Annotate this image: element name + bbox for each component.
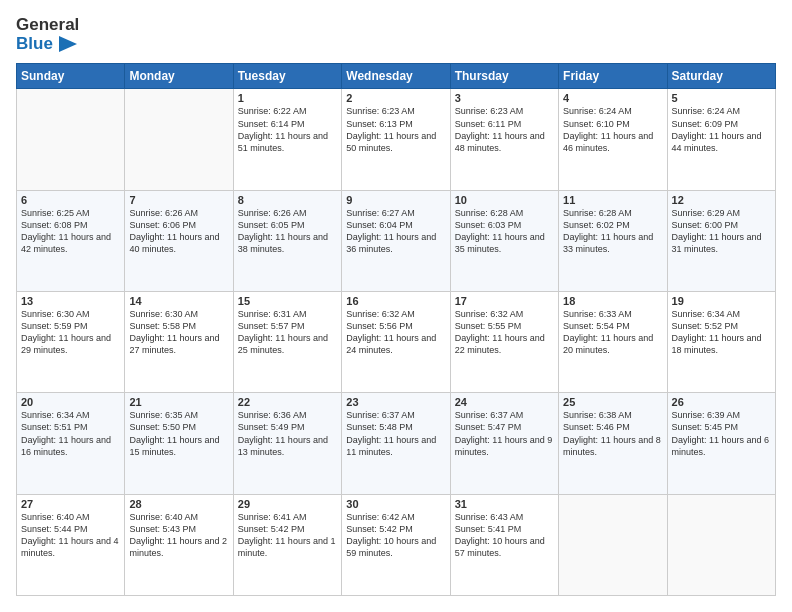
calendar-cell: 16Sunrise: 6:32 AMSunset: 5:56 PMDayligh… [342,292,450,393]
cell-info: Sunrise: 6:23 AMSunset: 6:13 PMDaylight:… [346,105,445,154]
cell-info: Sunrise: 6:43 AMSunset: 5:41 PMDaylight:… [455,511,554,560]
cell-info: Sunrise: 6:37 AMSunset: 5:48 PMDaylight:… [346,409,445,458]
calendar-cell: 26Sunrise: 6:39 AMSunset: 5:45 PMDayligh… [667,393,775,494]
cell-info: Sunrise: 6:32 AMSunset: 5:55 PMDaylight:… [455,308,554,357]
calendar-cell: 27Sunrise: 6:40 AMSunset: 5:44 PMDayligh… [17,494,125,595]
cell-info: Sunrise: 6:32 AMSunset: 5:56 PMDaylight:… [346,308,445,357]
weekday-header-tuesday: Tuesday [233,64,341,89]
logo-general: General [16,16,79,35]
calendar-cell: 15Sunrise: 6:31 AMSunset: 5:57 PMDayligh… [233,292,341,393]
day-number: 22 [238,396,337,408]
day-number: 16 [346,295,445,307]
day-number: 21 [129,396,228,408]
weekday-header-saturday: Saturday [667,64,775,89]
day-number: 27 [21,498,120,510]
calendar-cell: 20Sunrise: 6:34 AMSunset: 5:51 PMDayligh… [17,393,125,494]
day-number: 26 [672,396,771,408]
calendar-cell: 28Sunrise: 6:40 AMSunset: 5:43 PMDayligh… [125,494,233,595]
day-number: 17 [455,295,554,307]
logo-text: General Blue [16,16,79,53]
cell-info: Sunrise: 6:26 AMSunset: 6:06 PMDaylight:… [129,207,228,256]
day-number: 3 [455,92,554,104]
calendar-cell: 21Sunrise: 6:35 AMSunset: 5:50 PMDayligh… [125,393,233,494]
calendar-cell [125,89,233,190]
calendar-table: SundayMondayTuesdayWednesdayThursdayFrid… [16,63,776,596]
cell-info: Sunrise: 6:28 AMSunset: 6:03 PMDaylight:… [455,207,554,256]
cell-info: Sunrise: 6:34 AMSunset: 5:51 PMDaylight:… [21,409,120,458]
cell-info: Sunrise: 6:28 AMSunset: 6:02 PMDaylight:… [563,207,662,256]
cell-info: Sunrise: 6:37 AMSunset: 5:47 PMDaylight:… [455,409,554,458]
calendar-cell [17,89,125,190]
logo-arrow-icon [59,36,77,52]
weekday-header-wednesday: Wednesday [342,64,450,89]
day-number: 11 [563,194,662,206]
cell-info: Sunrise: 6:40 AMSunset: 5:43 PMDaylight:… [129,511,228,560]
calendar-cell: 31Sunrise: 6:43 AMSunset: 5:41 PMDayligh… [450,494,558,595]
calendar-cell: 10Sunrise: 6:28 AMSunset: 6:03 PMDayligh… [450,190,558,291]
page: General Blue SundayMondayTuesdayWednesda… [0,0,792,612]
day-number: 24 [455,396,554,408]
calendar-week-2: 6Sunrise: 6:25 AMSunset: 6:08 PMDaylight… [17,190,776,291]
calendar-week-5: 27Sunrise: 6:40 AMSunset: 5:44 PMDayligh… [17,494,776,595]
logo: General Blue [16,16,79,53]
day-number: 14 [129,295,228,307]
cell-info: Sunrise: 6:41 AMSunset: 5:42 PMDaylight:… [238,511,337,560]
cell-info: Sunrise: 6:24 AMSunset: 6:10 PMDaylight:… [563,105,662,154]
cell-info: Sunrise: 6:39 AMSunset: 5:45 PMDaylight:… [672,409,771,458]
weekday-header-friday: Friday [559,64,667,89]
cell-info: Sunrise: 6:25 AMSunset: 6:08 PMDaylight:… [21,207,120,256]
calendar-cell: 1Sunrise: 6:22 AMSunset: 6:14 PMDaylight… [233,89,341,190]
calendar-cell: 3Sunrise: 6:23 AMSunset: 6:11 PMDaylight… [450,89,558,190]
cell-info: Sunrise: 6:38 AMSunset: 5:46 PMDaylight:… [563,409,662,458]
calendar-cell: 29Sunrise: 6:41 AMSunset: 5:42 PMDayligh… [233,494,341,595]
cell-info: Sunrise: 6:42 AMSunset: 5:42 PMDaylight:… [346,511,445,560]
cell-info: Sunrise: 6:36 AMSunset: 5:49 PMDaylight:… [238,409,337,458]
day-number: 6 [21,194,120,206]
cell-info: Sunrise: 6:30 AMSunset: 5:58 PMDaylight:… [129,308,228,357]
day-number: 13 [21,295,120,307]
day-number: 12 [672,194,771,206]
day-number: 18 [563,295,662,307]
calendar-cell: 9Sunrise: 6:27 AMSunset: 6:04 PMDaylight… [342,190,450,291]
day-number: 25 [563,396,662,408]
day-number: 20 [21,396,120,408]
calendar-cell: 12Sunrise: 6:29 AMSunset: 6:00 PMDayligh… [667,190,775,291]
day-number: 19 [672,295,771,307]
cell-info: Sunrise: 6:31 AMSunset: 5:57 PMDaylight:… [238,308,337,357]
calendar-cell: 25Sunrise: 6:38 AMSunset: 5:46 PMDayligh… [559,393,667,494]
header: General Blue [16,16,776,53]
day-number: 15 [238,295,337,307]
calendar-week-1: 1Sunrise: 6:22 AMSunset: 6:14 PMDaylight… [17,89,776,190]
cell-info: Sunrise: 6:27 AMSunset: 6:04 PMDaylight:… [346,207,445,256]
logo-blue: Blue [16,35,79,54]
day-number: 31 [455,498,554,510]
cell-info: Sunrise: 6:35 AMSunset: 5:50 PMDaylight:… [129,409,228,458]
cell-info: Sunrise: 6:33 AMSunset: 5:54 PMDaylight:… [563,308,662,357]
day-number: 1 [238,92,337,104]
cell-info: Sunrise: 6:40 AMSunset: 5:44 PMDaylight:… [21,511,120,560]
calendar-cell [559,494,667,595]
cell-info: Sunrise: 6:29 AMSunset: 6:00 PMDaylight:… [672,207,771,256]
svg-marker-0 [59,36,77,52]
calendar-cell: 13Sunrise: 6:30 AMSunset: 5:59 PMDayligh… [17,292,125,393]
calendar-cell: 24Sunrise: 6:37 AMSunset: 5:47 PMDayligh… [450,393,558,494]
day-number: 2 [346,92,445,104]
calendar-cell: 18Sunrise: 6:33 AMSunset: 5:54 PMDayligh… [559,292,667,393]
cell-info: Sunrise: 6:23 AMSunset: 6:11 PMDaylight:… [455,105,554,154]
day-number: 7 [129,194,228,206]
cell-info: Sunrise: 6:26 AMSunset: 6:05 PMDaylight:… [238,207,337,256]
calendar-week-3: 13Sunrise: 6:30 AMSunset: 5:59 PMDayligh… [17,292,776,393]
calendar-cell: 7Sunrise: 6:26 AMSunset: 6:06 PMDaylight… [125,190,233,291]
calendar-cell: 8Sunrise: 6:26 AMSunset: 6:05 PMDaylight… [233,190,341,291]
calendar-cell: 17Sunrise: 6:32 AMSunset: 5:55 PMDayligh… [450,292,558,393]
day-number: 5 [672,92,771,104]
calendar-cell: 14Sunrise: 6:30 AMSunset: 5:58 PMDayligh… [125,292,233,393]
calendar-cell: 6Sunrise: 6:25 AMSunset: 6:08 PMDaylight… [17,190,125,291]
weekday-header-thursday: Thursday [450,64,558,89]
calendar-cell: 2Sunrise: 6:23 AMSunset: 6:13 PMDaylight… [342,89,450,190]
calendar-week-4: 20Sunrise: 6:34 AMSunset: 5:51 PMDayligh… [17,393,776,494]
day-number: 28 [129,498,228,510]
weekday-header-monday: Monday [125,64,233,89]
cell-info: Sunrise: 6:22 AMSunset: 6:14 PMDaylight:… [238,105,337,154]
calendar-cell: 4Sunrise: 6:24 AMSunset: 6:10 PMDaylight… [559,89,667,190]
